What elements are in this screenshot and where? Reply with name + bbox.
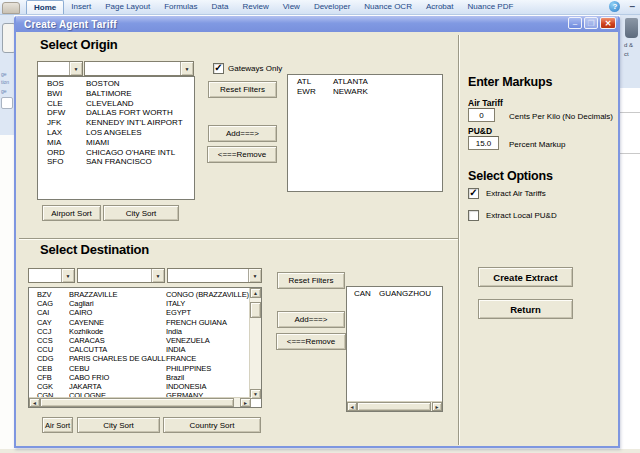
chevron-down-icon[interactable]: ▼ [61,269,74,282]
status-bar-fragment [0,449,640,453]
origin-selected-list[interactable]: ATL ATLANTA EWR NEWARK [287,74,443,192]
extract-air-tariffs-checkbox[interactable]: ✓ [468,188,479,199]
minimize-icon[interactable]: – [568,17,582,29]
airport-code: DFW [47,108,86,118]
maximize-icon[interactable]: ❐ [584,17,598,29]
list-item[interactable]: CAI CAIRO EGYPT [29,308,249,317]
horizontal-scrollbar[interactable]: ◄ ► [29,397,251,407]
tab-item[interactable]: Data [205,0,236,14]
ribbon-tabs: HomeInsertPage LayoutFormulasDataReviewV… [26,0,520,14]
tab-item[interactable]: Review [235,0,275,14]
destination-city-sort-button[interactable]: City Sort [77,417,160,433]
list-item[interactable]: CAN GUANGZHOU [347,289,442,299]
scroll-left-icon[interactable]: ◄ [29,398,40,407]
destination-country-sort-button[interactable]: Country Sort [163,417,261,433]
list-item[interactable]: EWR NEWARK [288,87,442,97]
destination-airport-list[interactable]: BZV BRAZZAVILLE CONGO (BRAZZAVILLE) CAG … [28,287,262,408]
tab-item[interactable]: Page Layout [98,0,157,14]
list-item[interactable]: CFB CABO FRIO Brazil [29,373,249,382]
origin-airport-sort-button[interactable]: Airport Sort [42,205,101,221]
origin-city-filter-dropdown[interactable]: ▼ [84,61,194,76]
origin-add-button[interactable]: Add===> [208,125,277,142]
extract-local-pud-checkbox[interactable]: ✓ [468,210,479,221]
ribbon-text-fragment: ct [624,51,629,57]
tab-item[interactable]: Acrobat [419,0,461,14]
destination-heading: Select Destination [40,242,149,257]
list-item[interactable]: MIA MIAMI [38,138,194,148]
tab-item[interactable]: Insert [64,0,98,14]
scrollbar-thumb[interactable] [250,302,261,318]
scroll-right-icon[interactable]: ► [240,398,251,407]
list-item[interactable]: CCU CALCUTTA INDIA [29,345,249,354]
horizontal-scrollbar[interactable]: ◄ ► [347,401,442,411]
destination-code-filter-dropdown[interactable]: ▼ [28,268,75,283]
destination-reset-filters-button[interactable]: Reset Filters [277,272,345,289]
list-item[interactable]: CAY CAYENNE FRENCH GUIANA [29,318,249,327]
scroll-up-icon[interactable]: ▲ [250,288,261,298]
airport-code: CAY [37,318,69,327]
origin-reset-filters-button[interactable]: Reset Filters [208,81,277,98]
list-item[interactable]: BOS BOSTON [38,79,194,89]
create-extract-button[interactable]: Create Extract [478,267,573,287]
airport-city: CHICAGO O'HARE INTL [86,148,175,158]
list-item[interactable]: DFW DALLAS FORT WORTH [38,108,194,118]
list-item[interactable]: CDG PARIS CHARLES DE GAULLI FRANCE [29,354,249,363]
airport-code: CLE [47,99,86,109]
help-icon[interactable]: ? [609,1,620,12]
dialog-title-bar[interactable]: Create Agent Tariff – ❐ ✕ [16,16,618,32]
chevron-down-icon[interactable]: ▼ [248,269,261,282]
return-button[interactable]: Return [478,299,573,319]
origin-city-sort-button[interactable]: City Sort [103,205,179,221]
scroll-left-icon[interactable]: ◄ [347,402,357,411]
check-icon: ✓ [214,62,222,73]
office-button-fragment [2,2,20,14]
workbook-minimize-icon[interactable]: – [629,1,638,12]
airport-city: ATLANTA [333,77,368,87]
origin-remove-button[interactable]: <===Remove [207,146,277,163]
list-item[interactable]: CGK JAKARTA INDONESIA [29,382,249,391]
list-item[interactable]: LAX LOS ANGELES [38,128,194,138]
list-item[interactable]: CEB CEBU PHILIPPINES [29,364,249,373]
destination-selected-list[interactable]: CAN GUANGZHOU ◄ ► [346,286,443,412]
list-item[interactable]: CCS CARACAS VENEZUELA [29,336,249,345]
destination-add-button[interactable]: Add===> [277,311,345,328]
pud-input[interactable]: 15.0 [468,136,499,150]
tab-item[interactable]: Developer [307,0,357,14]
tab-item[interactable]: Formulas [157,0,204,14]
close-icon[interactable]: ✕ [600,17,616,29]
gateways-only-checkbox[interactable]: ✓ [213,63,224,74]
list-item[interactable]: ORD CHICAGO O'HARE INTL [38,148,194,158]
list-item[interactable]: CCJ Kozhikode India [29,327,249,336]
chevron-down-icon[interactable]: ▼ [151,269,164,282]
list-item[interactable]: SFO SAN FRANCISCO [38,157,194,167]
scroll-down-icon[interactable]: ▼ [250,389,261,399]
vertical-scrollbar[interactable]: ▲ ▼ [249,288,261,399]
list-item[interactable]: BWI BALTIMORE [38,89,194,99]
tab-item[interactable]: View [276,0,307,14]
list-item[interactable]: ATL ATLANTA [288,77,442,87]
ribbon-control-fragment [1,97,13,109]
chevron-down-icon[interactable]: ▼ [69,62,82,75]
origin-code-filter-dropdown[interactable]: ▼ [37,61,83,76]
air-tariff-input[interactable]: 0 [468,108,495,122]
list-item[interactable]: JFK KENNEDY INT'L AIRPORT [38,118,194,128]
list-item[interactable]: CAG Cagliari ITALY [29,299,249,308]
scroll-right-icon[interactable]: ► [432,402,442,411]
list-item[interactable]: BZV BRAZZAVILLE CONGO (BRAZZAVILLE) [29,290,249,299]
scrollbar-thumb[interactable] [357,402,431,411]
destination-remove-button[interactable]: <===Remove [276,333,346,350]
airport-city: CAYENNE [69,318,166,327]
list-item[interactable]: CLE CLEVELAND [38,99,194,109]
scrollbar-thumb[interactable] [40,398,234,407]
destination-city-filter-dropdown[interactable]: ▼ [77,268,165,283]
chevron-down-icon[interactable]: ▼ [180,62,193,75]
destination-country-filter-dropdown[interactable]: ▼ [167,268,262,283]
dialog-body: Select Origin ▼ ▼ ✓ Gateways Only BOS BO… [16,32,618,446]
tab-item[interactable]: Home [26,0,64,14]
tab-item[interactable]: Nuance OCR [357,0,419,14]
airport-country: India [166,327,182,336]
destination-air-sort-button[interactable]: Air Sort [42,417,73,433]
airport-code: CEB [37,364,69,373]
tab-item[interactable]: Nuance PDF [461,0,521,14]
origin-airport-list[interactable]: BOS BOSTON BWI BALTIMORE CLE CLEVELAND [37,76,195,200]
